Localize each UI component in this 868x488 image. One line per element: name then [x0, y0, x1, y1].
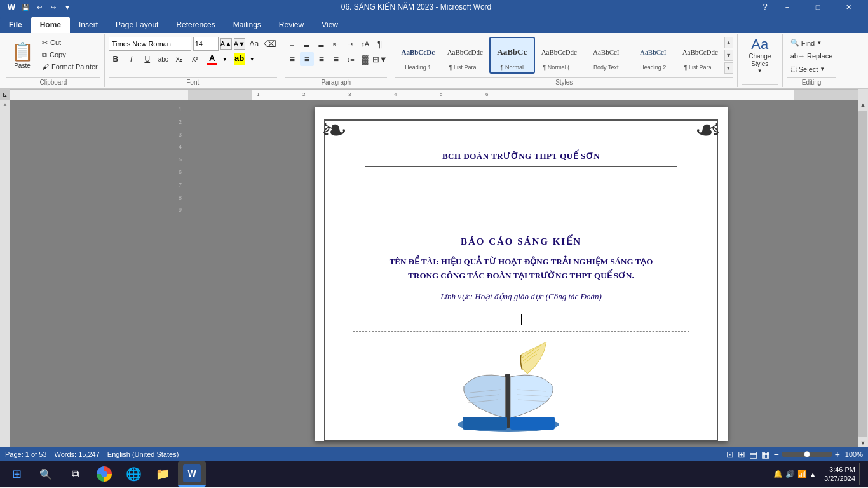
- superscript-btn[interactable]: X²: [188, 52, 202, 66]
- scroll-down-arrow[interactable]: ▼: [859, 438, 867, 447]
- redo-quick-btn[interactable]: ↪: [47, 1, 60, 13]
- align-left-btn[interactable]: ≡: [285, 52, 299, 66]
- align-right-btn[interactable]: ≡: [315, 52, 329, 66]
- line-spacing-btn[interactable]: ↕≡: [344, 52, 358, 66]
- borders-dropdown[interactable]: ⊞▼: [373, 52, 387, 66]
- layout-btn-1[interactable]: ⊡: [726, 449, 734, 459]
- clock-date: 3/27/2024: [824, 474, 855, 483]
- bullets-btn[interactable]: ≡: [285, 37, 299, 51]
- style-normal[interactable]: AaBbCc ¶ Normal: [489, 37, 535, 74]
- subscript-btn[interactable]: X₂: [172, 52, 186, 66]
- tab-page-layout[interactable]: Page Layout: [107, 17, 167, 33]
- tab-mailings[interactable]: Mailings: [224, 17, 270, 33]
- shading-btn[interactable]: ▓: [358, 52, 372, 66]
- tab-insert[interactable]: Insert: [70, 17, 107, 33]
- file-explorer-btn[interactable]: 📁: [149, 461, 177, 487]
- paste-button[interactable]: 📋 Paste: [6, 37, 38, 74]
- notification-icon[interactable]: 🔔: [773, 470, 783, 478]
- style-bodytext[interactable]: AaBbCcI Body Text: [583, 37, 629, 74]
- layout-btn-3[interactable]: ▤: [749, 449, 757, 459]
- undo-quick-btn[interactable]: ↩: [33, 1, 46, 13]
- cursor-area: [353, 312, 689, 327]
- zoom-out-btn[interactable]: −: [773, 449, 778, 459]
- show-desktop-btn[interactable]: [859, 463, 863, 485]
- find-dropdown[interactable]: ▼: [817, 40, 822, 46]
- layout-btn-4[interactable]: ▦: [761, 449, 770, 459]
- style-heading2[interactable]: AaBbCcI Heading 2: [630, 37, 676, 74]
- more-quick-btn[interactable]: ▼: [61, 1, 74, 13]
- change-styles-button[interactable]: Aa ChangeStyles ▼: [742, 37, 778, 74]
- doc-scroll-area[interactable]: ❧ ❧ BCH ĐOÀN TRƯỜNG THPT QUẾ SƠN BÁO CÁO…: [184, 100, 858, 447]
- layout-btn-2[interactable]: ⊞: [738, 449, 745, 459]
- tab-review[interactable]: Review: [270, 17, 313, 33]
- replace-button[interactable]: ab→ Replace: [787, 50, 837, 62]
- clear-format-btn[interactable]: ⌫: [263, 37, 277, 51]
- tab-file[interactable]: File: [0, 17, 31, 33]
- task-view-btn[interactable]: ⧉: [61, 461, 89, 487]
- zoom-in-btn[interactable]: +: [835, 449, 840, 459]
- ruler-mark-3: 3: [348, 92, 351, 97]
- volume-icon[interactable]: 🔊: [785, 470, 795, 478]
- sort-btn[interactable]: ↕A: [358, 37, 372, 51]
- indent-increase-btn[interactable]: ⇥: [344, 37, 358, 51]
- chrome-inner: [101, 471, 107, 477]
- close-btn[interactable]: ✕: [834, 0, 863, 14]
- styles-scroll-down[interactable]: ▼: [724, 50, 733, 61]
- chrome-taskbar-btn[interactable]: [90, 461, 118, 487]
- highlight-dropdown[interactable]: ▼: [250, 57, 255, 62]
- tab-home[interactable]: Home: [31, 17, 70, 33]
- style-listpara2[interactable]: AaBbCcDdc ¶ List Para...: [677, 37, 723, 74]
- maximize-btn[interactable]: □: [803, 0, 832, 14]
- font-size-increase-btn[interactable]: A▲: [220, 38, 232, 50]
- styles-scroll-up[interactable]: ▲: [724, 37, 733, 48]
- edge-taskbar-btn[interactable]: 🌐: [119, 461, 147, 487]
- text-color-dropdown[interactable]: ▼: [222, 57, 227, 62]
- font-group: A▲ A▼ Aa ⌫ B I U abc X₂ X² A ▼: [105, 34, 281, 87]
- help-btn[interactable]: ?: [759, 0, 771, 13]
- italic-btn[interactable]: I: [125, 52, 139, 66]
- show-hide-btn[interactable]: ¶: [373, 37, 387, 51]
- tab-view[interactable]: View: [313, 17, 347, 33]
- find-button[interactable]: 🔍 Find ▼: [787, 37, 825, 49]
- battery-icon[interactable]: ▲: [810, 471, 816, 478]
- align-center-btn[interactable]: ≡: [300, 52, 314, 66]
- scroll-thumb[interactable]: [858, 111, 867, 437]
- font-case-btn[interactable]: Aa: [247, 37, 261, 51]
- search-taskbar-btn[interactable]: 🔍: [32, 461, 60, 487]
- font-name-input[interactable]: [109, 37, 191, 51]
- indent-decrease-btn[interactable]: ⇤: [329, 37, 343, 51]
- ruler-corner-btn[interactable]: ⊾: [0, 89, 10, 100]
- cut-button[interactable]: ✂ Cut: [39, 37, 100, 48]
- bold-btn[interactable]: B: [109, 52, 123, 66]
- highlight-btn[interactable]: ab: [231, 53, 248, 65]
- system-clock[interactable]: 3:46 PM 3/27/2024: [824, 465, 855, 484]
- numbering-btn[interactable]: ≣: [300, 37, 314, 51]
- underline-btn[interactable]: U: [140, 52, 154, 66]
- right-scrollbar[interactable]: ▲ ▼: [858, 100, 868, 447]
- select-icon: ⬚: [790, 65, 797, 73]
- zoom-slider[interactable]: [782, 452, 832, 457]
- multilevel-btn[interactable]: ≣: [315, 37, 329, 51]
- tab-references[interactable]: References: [167, 17, 224, 33]
- minimize-btn[interactable]: −: [773, 0, 802, 14]
- scroll-up-btn[interactable]: ▲: [3, 102, 8, 107]
- format-painter-button[interactable]: 🖌 Format Painter: [39, 61, 100, 72]
- select-button[interactable]: ⬚ Select ▼: [787, 63, 829, 75]
- style-listpara[interactable]: AaBbCcDdc ¶ List Para...: [442, 37, 488, 74]
- font-size-input[interactable]: [193, 37, 219, 51]
- style-heading1[interactable]: AaBbCcDc Heading 1: [395, 37, 441, 74]
- strikethrough-btn[interactable]: abc: [156, 52, 170, 66]
- scroll-up-arrow[interactable]: ▲: [859, 100, 867, 109]
- select-dropdown[interactable]: ▼: [820, 66, 825, 72]
- copy-button[interactable]: ⧉ Copy: [39, 49, 100, 60]
- start-button[interactable]: ⊞: [3, 461, 31, 487]
- styles-expand[interactable]: ▾: [724, 62, 733, 74]
- word-count: Words: 15,247: [54, 451, 99, 458]
- font-size-decrease-btn[interactable]: A▼: [234, 38, 245, 50]
- word-taskbar-btn[interactable]: W: [178, 461, 206, 487]
- save-quick-btn[interactable]: 💾: [19, 1, 32, 13]
- style-normal-ind[interactable]: AaBbCcDdc ¶ Normal (…: [536, 37, 582, 74]
- network-icon[interactable]: 📶: [797, 470, 807, 478]
- justify-btn[interactable]: ≡: [329, 52, 343, 66]
- text-color-btn[interactable]: A: [204, 53, 220, 65]
